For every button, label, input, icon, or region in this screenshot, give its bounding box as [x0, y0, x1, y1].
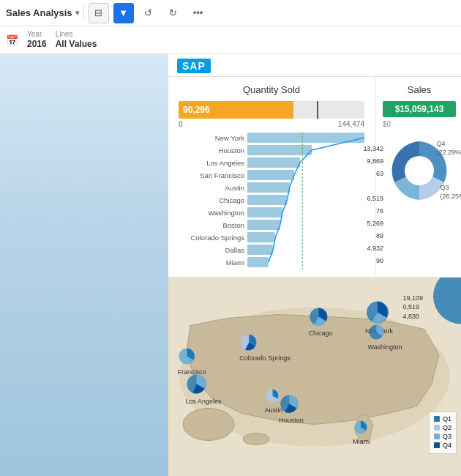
lines-value: All Values: [56, 39, 97, 49]
bar-row: Washington76: [179, 207, 364, 217]
bar-city-label: Austin: [179, 184, 244, 192]
donut-area: Q4 (22.29%) Q3 (26.25%): [383, 134, 456, 209]
miami-pie: Miami: [353, 420, 370, 445]
left-sidebar: [0, 54, 168, 476]
legend-q1-label: Q1: [443, 415, 451, 423]
map-legend: Q1 Q2 Q3 Q4: [429, 412, 457, 454]
filter-button[interactable]: ▼: [113, 3, 134, 23]
legend-q3-label: Q3: [443, 433, 451, 440]
bar-city-label: San Francisco: [179, 171, 244, 179]
more-button[interactable]: •••: [188, 3, 209, 23]
bar-container: [247, 182, 364, 193]
toolbar: Sales Analysis ▾ ⊟ ▼ ↺ ↻ •••: [0, 0, 461, 26]
q3-label: Q3 (26.25%): [440, 184, 461, 201]
bar-container: 5,269: [247, 220, 364, 230]
colorado-label: Colorado Springs: [239, 354, 291, 361]
bar-row: San Francisco63: [179, 170, 364, 180]
sales-min: $0: [383, 120, 456, 128]
svg-point-4: [183, 409, 234, 441]
bar-row: Chicago6,519: [179, 195, 364, 205]
year-value: 2016: [27, 39, 47, 49]
target-line: [317, 101, 318, 119]
separator-1: [83, 6, 84, 21]
lines-filter[interactable]: Lines All Values: [56, 30, 97, 49]
bar-city-label: Washington: [179, 209, 244, 217]
year-filter[interactable]: Year 2016: [27, 30, 47, 49]
losangeles-label: Los Angeles: [185, 397, 221, 404]
chevron-icon: ▾: [75, 9, 79, 17]
bar-value-label: 5,269: [367, 220, 383, 227]
q4-label: Q4 (22.29%): [436, 140, 461, 157]
quantity-card: Quantity Sold 90,296 0 144,474: [168, 77, 375, 277]
bar-fill: [247, 257, 269, 267]
legend-val-2: 0,519: [402, 302, 423, 312]
title-text: Sales Analysis: [6, 7, 72, 18]
legend-q2-label: Q2: [443, 424, 451, 431]
houston-label: Houston: [279, 416, 304, 423]
bar-fill: [247, 245, 273, 255]
legend-values: 19,109 0,519 4,830: [402, 294, 423, 321]
bar-row: New York: [179, 133, 364, 143]
bar-fill: [247, 195, 287, 205]
sales-card-title: Sales: [383, 84, 456, 95]
progress-bar: 90,296: [179, 101, 364, 119]
sales-value: $15,059,143: [383, 101, 456, 117]
bar-fill: [247, 145, 312, 155]
chicago-label: Chicago: [308, 329, 332, 336]
sanfrancisco-pie: Francisco: [177, 346, 206, 375]
calendar-icon: 📅: [6, 34, 18, 46]
bar-fill: [247, 157, 300, 168]
bar-value-label: 90: [376, 257, 383, 264]
bar-fill: [247, 220, 280, 230]
bar-container: [247, 133, 364, 143]
bar-container: 90: [247, 257, 364, 267]
bar-value-label: 9,869: [367, 157, 383, 165]
bar-row: Houston13,342: [179, 145, 364, 155]
map-area: Chicago New York Washington Colorado Spr…: [168, 278, 461, 476]
progress-labels: 0 144,474: [179, 120, 364, 128]
washington-pie: Washington: [367, 324, 402, 351]
bar-container: 13,342: [247, 145, 364, 155]
legend-q4-dot: [434, 442, 440, 448]
bar-container: 4,932: [247, 245, 364, 255]
legend-q4-label: Q4: [443, 442, 451, 449]
lines-label: Lines: [56, 30, 97, 39]
bar-fill: [247, 232, 275, 242]
bar-city-label: Boston: [179, 221, 244, 229]
bar-row: Austin: [179, 182, 364, 193]
app-title[interactable]: Sales Analysis ▾: [6, 7, 79, 18]
save-button[interactable]: ⊟: [89, 3, 109, 23]
bar-value-label: 4,932: [367, 245, 383, 252]
progress-value: 90,296: [183, 105, 210, 115]
legend-q3-dot: [434, 434, 440, 439]
year-label: Year: [27, 30, 47, 39]
bar-chart-wrapper: New YorkHouston13,342Los Angeles9,869San…: [179, 133, 364, 267]
chicago-pie: Chicago: [308, 306, 332, 336]
bar-container: 76: [247, 207, 364, 217]
sap-header: SAP: [168, 54, 461, 77]
bar-city-label: New York: [179, 134, 244, 142]
max-label: 144,474: [338, 120, 364, 128]
miami-label: Miami: [353, 438, 370, 445]
sap-logo: SAP: [177, 59, 211, 73]
bar-value-label: 89: [376, 232, 383, 239]
bar-row: Los Angeles9,869: [179, 157, 364, 168]
bar-fill: [247, 182, 290, 193]
legend-val-3: 4,830: [402, 312, 423, 321]
undo-button[interactable]: ↺: [138, 3, 159, 23]
legend-q3: Q3: [434, 433, 451, 440]
bar-row: Dallas4,932: [179, 245, 364, 255]
dashboard: SAP Quantity Sold 90,296 0 144,4: [168, 54, 461, 476]
redo-button[interactable]: ↻: [163, 3, 184, 23]
large-circle: [432, 278, 461, 328]
legend-q2-dot: [434, 425, 440, 431]
svg-point-5: [243, 434, 269, 445]
quantity-card-title: Quantity Sold: [179, 84, 364, 95]
bar-row: Boston5,269: [179, 220, 364, 230]
legend-q4: Q4: [434, 442, 451, 449]
bar-city-label: Houston: [179, 146, 244, 155]
bar-container: 63: [247, 170, 364, 180]
cards-row: Quantity Sold 90,296 0 144,474: [168, 77, 461, 278]
houston-pie: Houston: [279, 393, 304, 423]
bar-city-label: Dallas: [179, 246, 244, 254]
